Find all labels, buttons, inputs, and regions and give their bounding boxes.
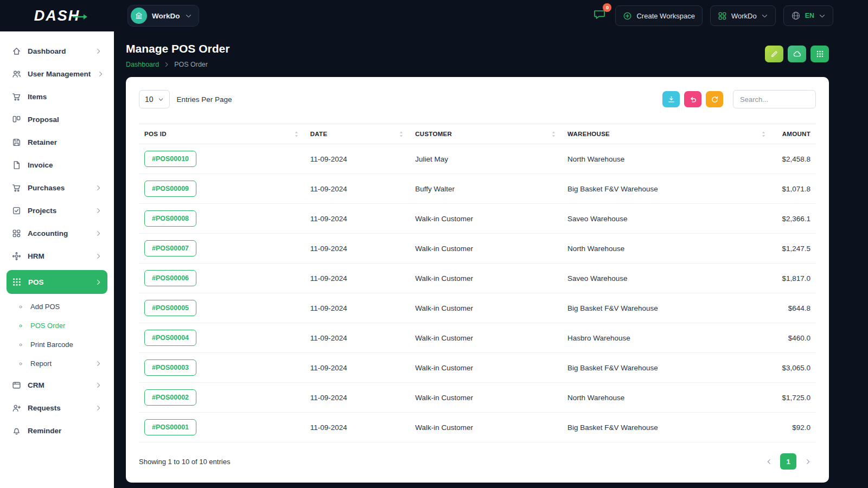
pagination-prev-button[interactable] <box>761 453 777 470</box>
sidebar-item-proposal[interactable]: Proposal <box>7 108 107 130</box>
amount-cell: $1,725.0 <box>772 383 816 413</box>
chevron-down-icon <box>185 12 192 20</box>
amount-cell: $644.8 <box>772 293 816 323</box>
sidebar-item-reminder[interactable]: Reminder <box>7 420 107 441</box>
date-cell: 11-09-2024 <box>305 413 410 442</box>
customer-cell: Buffy Walter <box>410 174 562 204</box>
sort-icon <box>398 131 404 137</box>
sidebar-item-add-pos[interactable]: Add POS <box>12 297 107 316</box>
grid-dots-icon <box>816 50 824 58</box>
cloud-icon <box>793 50 801 58</box>
sidebar-item-requests[interactable]: Requests <box>7 397 107 419</box>
edit-button[interactable] <box>765 46 783 62</box>
dot-icon <box>17 304 24 310</box>
pos-id-button[interactable]: #POS00003 <box>144 359 196 376</box>
search-input[interactable] <box>733 90 816 108</box>
column-header-customer[interactable]: CUSTOMER <box>410 124 562 144</box>
customer-cell: Juliet May <box>410 144 562 174</box>
messages-button[interactable]: 0 <box>591 6 608 25</box>
reset-button[interactable] <box>684 91 701 107</box>
sidebar-item-pos-order[interactable]: POS Order <box>12 316 107 335</box>
workspace-selector-label: WorkDo <box>152 12 180 20</box>
pos-id-button[interactable]: #POS00002 <box>144 389 196 406</box>
chevron-down-icon <box>158 97 164 102</box>
warehouse-cell: North Warehouse <box>562 383 772 413</box>
sidebar-item-print-barcode[interactable]: Print Barcode <box>12 335 107 354</box>
pos-id-button[interactable]: #POS00001 <box>144 419 196 435</box>
workspace-dropdown-label: WorkDo <box>731 12 757 20</box>
pagination-next-button[interactable] <box>800 453 816 470</box>
sidebar-item-purchases[interactable]: Purchases <box>7 177 107 198</box>
workspace-dropdown[interactable]: WorkDo <box>710 5 776 26</box>
sidebar-item-crm[interactable]: CRM <box>7 374 107 396</box>
column-header-pos-id[interactable]: POS ID <box>139 124 305 144</box>
column-header-warehouse[interactable]: WAREHOUSE <box>562 124 772 144</box>
chevron-right-icon <box>95 382 102 389</box>
entries-per-page-select[interactable]: 10 <box>139 90 170 108</box>
warehouse-cell: Saveo Warehouse <box>562 264 772 293</box>
pos-id-button[interactable]: #POS00009 <box>144 181 196 197</box>
sidebar-item-hrm[interactable]: HRM <box>7 245 107 267</box>
warehouse-cell: Big Basket F&V Warehouse <box>562 293 772 323</box>
sidebar-item-accounting[interactable]: Accounting <box>7 222 107 244</box>
workspace-selector[interactable]: WorkDo <box>127 5 199 27</box>
breadcrumb-dashboard[interactable]: Dashboard <box>126 61 159 68</box>
dot-icon <box>17 323 24 329</box>
pagination-page-button[interactable]: 1 <box>780 453 796 470</box>
table-row: #POS00005 11-09-2024 Walk-in Customer Bi… <box>139 293 816 323</box>
pos-order-card: 10 Entries Per Page POS ID DATE <box>126 77 829 483</box>
chevron-right-icon <box>95 48 102 55</box>
cloud-upload-button[interactable] <box>788 46 806 62</box>
date-cell: 11-09-2024 <box>305 353 410 383</box>
export-button[interactable] <box>662 91 680 107</box>
pos-id-button[interactable]: #POS00008 <box>144 210 196 227</box>
sidebar-item-retainer[interactable]: Retainer <box>7 131 107 153</box>
sidebar-item-dashboard[interactable]: Dashboard <box>7 40 107 62</box>
column-header-date[interactable]: DATE <box>305 124 410 144</box>
date-cell: 11-09-2024 <box>305 144 410 174</box>
sidebar-item-pos[interactable]: POS <box>7 270 107 294</box>
chevron-right-icon <box>95 279 102 286</box>
logo-arrow-icon <box>73 9 87 24</box>
dot-icon <box>17 342 24 348</box>
download-icon <box>667 95 675 104</box>
refresh-button[interactable] <box>706 91 723 107</box>
sort-icon <box>761 131 767 137</box>
chevron-right-icon <box>95 404 102 412</box>
amount-cell: $460.0 <box>772 323 816 353</box>
table-row: #POS00002 11-09-2024 Walk-in Customer No… <box>139 383 816 413</box>
warehouse-cell: Big Basket F&V Warehouse <box>562 174 772 204</box>
pos-id-button[interactable]: #POS00006 <box>144 270 196 286</box>
create-workspace-button[interactable]: Create Workspace <box>615 5 702 26</box>
amount-cell: $92.0 <box>772 413 816 442</box>
warehouse-cell: Big Basket F&V Warehouse <box>562 413 772 442</box>
home-icon <box>12 47 21 56</box>
pos-id-button[interactable]: #POS00005 <box>144 300 196 316</box>
customer-cell: Walk-in Customer <box>410 264 562 293</box>
sidebar-item-report[interactable]: Report <box>12 354 107 373</box>
breadcrumb-separator-icon <box>163 61 170 68</box>
sidebar-item-projects[interactable]: Projects <box>7 200 107 221</box>
customer-cell: Walk-in Customer <box>410 323 562 353</box>
customer-cell: Walk-in Customer <box>410 353 562 383</box>
pos-id-button[interactable]: #POS00004 <box>144 330 196 346</box>
amount-cell: $1,817.0 <box>772 264 816 293</box>
topbar-actions: 0 Create Workspace WorkDo EN <box>591 5 833 26</box>
warehouse-cell: North Warehouse <box>562 234 772 264</box>
pos-id-button[interactable]: #POS00010 <box>144 151 196 167</box>
pos-id-button[interactable]: #POS00007 <box>144 240 196 256</box>
entries-summary: Showing 1 to 10 of 10 entries <box>139 458 230 466</box>
table-row: #POS00008 11-09-2024 Walk-in Customer Sa… <box>139 204 816 234</box>
date-cell: 11-09-2024 <box>305 383 410 413</box>
sort-icon <box>551 131 557 137</box>
cart-icon <box>12 92 21 101</box>
grid-view-button[interactable] <box>810 46 829 62</box>
save-icon <box>12 138 21 147</box>
language-selector[interactable]: EN <box>783 5 833 26</box>
brand-logo[interactable]: DASH <box>34 8 80 24</box>
sidebar-item-items[interactable]: Items <box>7 86 107 107</box>
pos-order-table: POS ID DATE CUSTOMER WAREHOUSE AMOUNT <box>139 124 816 442</box>
sidebar-item-user-management[interactable]: User Management <box>7 63 107 85</box>
column-header-amount[interactable]: AMOUNT <box>772 124 816 144</box>
sidebar-item-invoice[interactable]: Invoice <box>7 154 107 176</box>
